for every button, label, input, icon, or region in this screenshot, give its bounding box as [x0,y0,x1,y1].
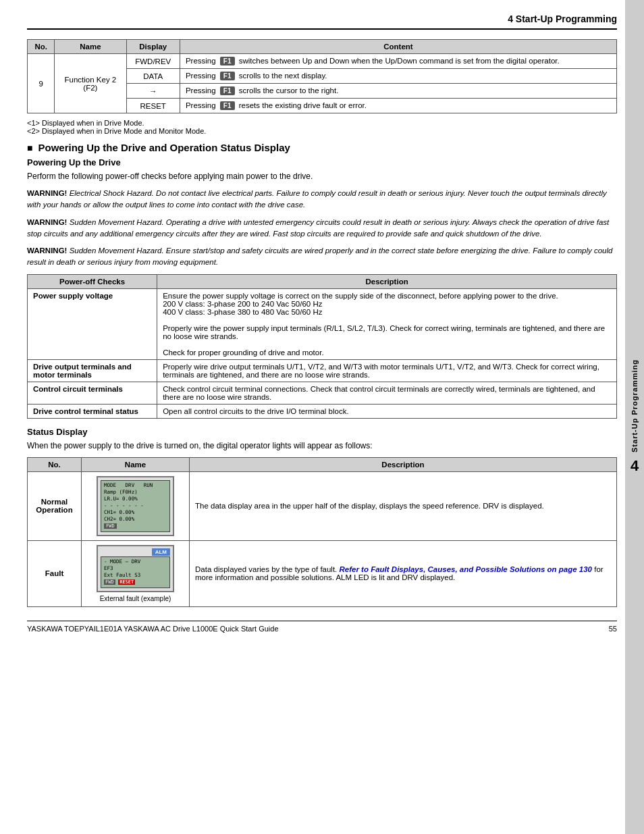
sidebar-number: 4 [630,457,639,475]
sidebar: Start-Up Programming 4 [625,0,644,834]
checks-row-control: Control circuit terminals Check control … [28,382,617,404]
intro-text: Perform the following power-off checks b… [27,170,617,182]
status-name-normal: MODE DRV RUN Ramp (F0Hz) LR.U= 0.00% - -… [82,471,190,540]
key-f1: F1 [220,72,235,80]
status-col-name: Name [82,457,190,471]
page-header: 4 Start-Up Programming [27,14,617,30]
checks-row-voltage: Power supply voltage Ensure the power su… [28,288,617,359]
sidebar-text: Start-Up Programming [630,359,639,452]
warning-1: WARNING! Electrical Shock Hazard. Do not… [27,188,617,211]
status-no-normal: NormalOperation [28,471,82,540]
status-no-fault: Fault [28,540,82,606]
checks-desc-status: Open all control circuits to the drive I… [157,404,617,418]
status-row-normal: NormalOperation MODE DRV RUN Ramp (F0Hz)… [28,471,617,540]
warning-text-3: Sudden Movement Hazard. Ensure start/sto… [27,246,612,266]
display-arrow: → [126,84,180,99]
page-footer: YASKAWA TOEPYAIL1E01A YASKAWA AC Drive L… [27,621,617,633]
content-data: Pressing F1 scrolls to the next display. [180,69,616,84]
checks-label-voltage: Power supply voltage [28,288,157,359]
warning-text-1: Electrical Shock Hazard. Do not contact … [27,189,607,209]
status-col-desc: Description [190,457,617,471]
footer-right: 55 [609,625,617,633]
alm-badge: ALM [152,548,170,556]
warning-label-3: WARNING! [27,246,67,255]
checks-col-2: Description [157,274,617,288]
subsection-status-display: Status Display [27,427,617,437]
key-f1: F1 [220,101,235,110]
display-data: DATA [126,69,180,84]
status-col-no: No. [28,457,82,471]
key-f1: F1 [220,57,235,66]
warning-3: WARNING! Sudden Movement Hazard. Ensure … [27,245,617,269]
status-row-fault: Fault ALM - MODE — DRV EF3 Ext Fault S3 … [28,540,617,606]
header-title: 4 Start-Up Programming [508,14,617,24]
checks-label-control: Control circuit terminals [28,382,157,404]
checks-desc-voltage: Ensure the power supply voltage is corre… [157,288,617,359]
warning-label-1: WARNING! [27,189,67,197]
col-name: Name [55,40,126,54]
status-desc-normal: The data display area in the upper half … [190,471,617,540]
checks-row-status: Drive control terminal status Open all c… [28,404,617,418]
function-key-table: No. Name Display Content 9 Function Key … [27,39,617,113]
col-content: Content [180,40,616,54]
warning-2: WARNING! Sudden Movement Hazard. Operati… [27,217,617,240]
warning-text-2: Sudden Movement Hazard. Operating a driv… [27,218,609,238]
row-name: Function Key 2(F2) [55,54,126,113]
checks-desc-output: Properly wire drive output terminals U/T… [157,359,617,382]
content-fwdrev: Pressing F1 switches between Up and Down… [180,54,616,69]
display-fwdrev: FWD/REV [126,54,180,69]
checks-table: Power-off Checks Description Power suppl… [27,274,617,419]
display-reset: RESET [126,99,180,113]
checks-label-output: Drive output terminals and motor termina… [28,359,157,382]
footer-left: YASKAWA TOEPYAIL1E01A YASKAWA AC Drive L… [27,625,279,633]
status-table: No. Name Description NormalOperation MOD… [27,457,617,607]
key-f1: F1 [220,86,235,95]
warning-label-2: WARNING! [27,218,67,226]
table-row: 9 Function Key 2(F2) FWD/REV Pressing F1… [28,54,617,69]
fault-link: Refer to Fault Displays, Causes, and Pos… [340,565,593,573]
note-2: <2> Displayed when in Drive Mode and Mon… [27,127,617,135]
note-1: <1> Displayed when in Drive Mode. [27,119,617,127]
normal-screen: MODE DRV RUN Ramp (F0Hz) LR.U= 0.00% - -… [101,480,170,532]
checks-desc-control: Check control circuit terminal connectio… [157,382,617,404]
row-no: 9 [28,54,55,113]
col-display: Display [126,40,180,54]
content-arrow: Pressing F1 scrolls the cursor to the ri… [180,84,616,99]
fault-screen: - MODE — DRV EF3 Ext Fault S3 FWD RESET [101,556,170,588]
status-name-fault: ALM - MODE — DRV EF3 Ext Fault S3 FWD RE… [82,540,190,606]
checks-col-1: Power-off Checks [28,274,157,288]
col-no: No. [28,40,55,54]
status-desc-fault: Data displayed varies by the type of fau… [190,540,617,606]
subsection-title-drive: Powering Up the Drive [27,157,617,167]
status-intro: When the power supply to the drive is tu… [27,440,617,452]
notes-block: <1> Displayed when in Drive Mode. <2> Di… [27,119,617,135]
section-title-powering: Powering Up the Drive and Operation Stat… [27,142,617,153]
checks-label-status: Drive control terminal status [28,404,157,418]
fault-caption: External fault (example) [87,595,184,602]
checks-row-output: Drive output terminals and motor termina… [28,359,617,382]
content-reset: Pressing F1 resets the existing drive fa… [180,99,616,113]
